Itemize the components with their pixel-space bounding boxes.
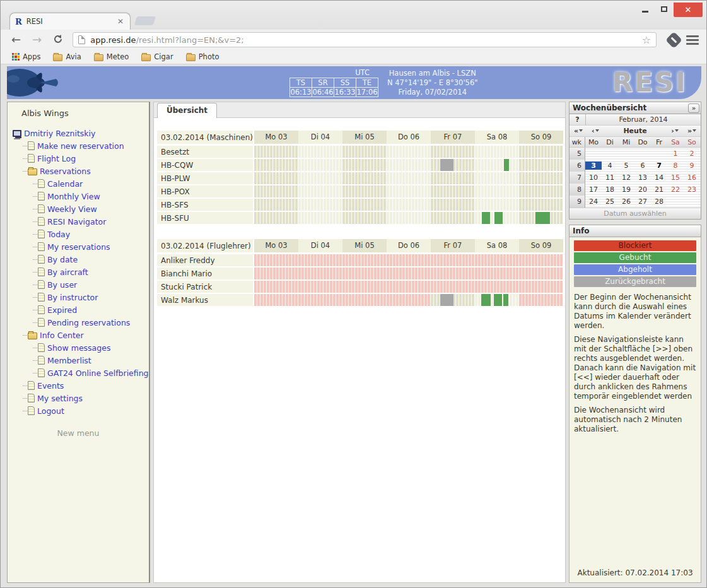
timeline-track[interactable]: [254, 199, 563, 211]
timeline-track[interactable]: [254, 172, 563, 184]
timeline-track[interactable]: [254, 159, 563, 171]
sidebar-item-make-new-reservation[interactable]: Make new reservation: [8, 139, 149, 152]
bookmark-avia[interactable]: Avia: [48, 52, 86, 61]
sidebar-item-by-user[interactable]: By user: [8, 278, 149, 291]
today-button[interactable]: Heute: [604, 127, 667, 135]
calendar-day-cell-3[interactable]: 3: [585, 162, 602, 170]
calendar-day-cell-15[interactable]: 15: [667, 173, 684, 182]
reservation-block-gray[interactable]: [440, 159, 453, 171]
calendar-month-label[interactable]: Februar, 2014: [586, 114, 701, 125]
timeline-track[interactable]: [254, 212, 563, 224]
calendar-day-cell-7[interactable]: 7: [651, 162, 667, 170]
bookmark-cigar[interactable]: Cigar: [136, 52, 178, 61]
sidebar-item-by-instructor[interactable]: By instructor: [8, 291, 149, 303]
sidebar-item-logout[interactable]: Logout: [8, 404, 149, 417]
sidebar-item-monthly-view[interactable]: Monthly View: [8, 190, 149, 203]
calendar-day-cell-1[interactable]: 1: [667, 150, 684, 158]
calendar-day-cell-13[interactable]: 13: [634, 173, 651, 182]
select-date-button[interactable]: Datum auswählen: [570, 208, 701, 219]
calendar-day-cell-23[interactable]: 23: [684, 185, 700, 194]
sidebar-item-resi-navigator[interactable]: RESI Navigator: [8, 215, 149, 228]
reservation-block-gray[interactable]: [440, 294, 453, 306]
collapse-panel-button[interactable]: »: [688, 103, 699, 113]
calendar-day-cell-24[interactable]: 24: [585, 197, 602, 206]
calendar-day-cell-17[interactable]: 17: [585, 185, 602, 194]
next-year-button[interactable]: »: [683, 127, 701, 135]
minimize-button[interactable]: [636, 3, 655, 15]
tab-uebersicht[interactable]: Übersicht: [157, 103, 217, 118]
forward-icon[interactable]: →: [26, 34, 47, 45]
bookmark-photo[interactable]: Photo: [181, 52, 225, 61]
timeline-track[interactable]: [254, 268, 563, 279]
maximize-button[interactable]: [655, 3, 674, 15]
sidebar-item-expired[interactable]: Expired: [8, 303, 149, 316]
close-button[interactable]: ✕: [674, 3, 703, 17]
timeline-track[interactable]: [254, 281, 563, 293]
prev-month-button[interactable]: ‹: [587, 127, 604, 135]
sidebar-item-today[interactable]: Today: [8, 228, 149, 240]
calendar-day-cell-11[interactable]: 11: [602, 173, 618, 182]
tab-close-icon[interactable]: ✕: [116, 17, 125, 26]
calendar-day-cell-4[interactable]: 4: [602, 162, 618, 170]
bookmark-meteo[interactable]: Meteo: [89, 52, 134, 61]
calendar-day-cell-12[interactable]: 12: [618, 173, 634, 182]
sidebar-item-events[interactable]: Events: [8, 379, 149, 392]
extension-icon[interactable]: [665, 32, 682, 49]
calendar-day-cell-16[interactable]: 16: [684, 173, 700, 182]
calendar-day-cell-18[interactable]: 18: [602, 185, 618, 194]
prev-year-button[interactable]: «: [570, 127, 587, 135]
browser-tab[interactable]: R RESI ✕: [9, 13, 131, 30]
calendar-day-cell-6[interactable]: 6: [634, 162, 651, 170]
calendar-day-cell-28[interactable]: 28: [651, 197, 667, 206]
calendar-day-cell-8[interactable]: 8: [667, 162, 684, 170]
reservation-block-green[interactable]: [503, 294, 508, 306]
reservation-block-green[interactable]: [481, 294, 491, 306]
bookmark-star-icon[interactable]: ☆: [642, 34, 651, 46]
reservation-block-green[interactable]: [494, 212, 503, 224]
calendar-day-cell-21[interactable]: 21: [651, 185, 667, 194]
calendar-day-cell-22[interactable]: 22: [667, 185, 684, 194]
back-icon[interactable]: ←: [6, 34, 26, 45]
sidebar-item-show-messages[interactable]: Show messages: [8, 341, 149, 354]
sidebar-item-memberlist[interactable]: Memberlist: [8, 354, 149, 367]
sidebar-item-calendar[interactable]: Calendar: [8, 177, 149, 190]
sidebar-item-weekly-view[interactable]: Weekly View: [8, 203, 149, 215]
reservation-block-green[interactable]: [535, 212, 550, 224]
sidebar-item-dmitriy-reznitskiy[interactable]: Dmitriy Reznitskiy: [8, 127, 149, 139]
sidebar-item-by-date[interactable]: By date: [8, 253, 149, 266]
timeline-track[interactable]: [254, 146, 563, 158]
sidebar-item-my-reservations[interactable]: My reservations: [8, 240, 149, 253]
new-menu-label[interactable]: New menu: [8, 428, 149, 438]
url-text[interactable]: app.resi.de/resi.html?lang=EN;&v=2;: [90, 35, 641, 45]
reservation-block-green[interactable]: [494, 294, 502, 306]
sidebar-item-info-center[interactable]: Info Center: [8, 329, 149, 341]
timeline-track[interactable]: [254, 185, 563, 197]
calendar-day-cell-25[interactable]: 25: [602, 197, 618, 206]
timeline-track[interactable]: [254, 294, 563, 306]
sidebar-item-reservations[interactable]: Reservations: [8, 165, 149, 177]
new-tab-button[interactable]: [134, 16, 156, 25]
calendar-day-cell-10[interactable]: 10: [585, 173, 602, 182]
calendar-day-cell-14[interactable]: 14: [651, 173, 667, 182]
reservation-block-green[interactable]: [504, 159, 509, 171]
sidebar-item-pending-reservations[interactable]: Pending reservations: [8, 316, 149, 329]
url-bar[interactable]: app.resi.de/resi.html?lang=EN;&v=2; ☆: [73, 32, 657, 47]
bookmark-apps[interactable]: Apps: [7, 52, 45, 61]
reservation-block-green[interactable]: [482, 212, 490, 224]
sidebar-item-by-aircraft[interactable]: By aircraft: [8, 266, 149, 278]
sidebar-item-gat24-online-selfbriefing[interactable]: GAT24 Online Selfbriefing: [8, 367, 149, 379]
next-month-button[interactable]: ›: [667, 127, 683, 135]
calendar-day-cell-2[interactable]: 2: [684, 150, 700, 158]
calendar-help-button[interactable]: ?: [570, 114, 586, 125]
calendar-day-cell-26[interactable]: 26: [618, 197, 634, 206]
timeline-track[interactable]: [254, 254, 563, 266]
calendar-day-cell-19[interactable]: 19: [618, 185, 634, 194]
sidebar-item-my-settings[interactable]: My settings: [8, 392, 149, 404]
calendar-day-cell-27[interactable]: 27: [634, 197, 651, 206]
reload-icon[interactable]: [47, 34, 69, 46]
sidebar-item-flight-log[interactable]: Flight Log: [8, 152, 149, 165]
calendar-day-cell-5[interactable]: 5: [618, 162, 634, 170]
calendar-day-cell-9[interactable]: 9: [684, 162, 700, 170]
calendar-day-cell-20[interactable]: 20: [634, 185, 651, 194]
menu-icon[interactable]: [686, 35, 699, 45]
